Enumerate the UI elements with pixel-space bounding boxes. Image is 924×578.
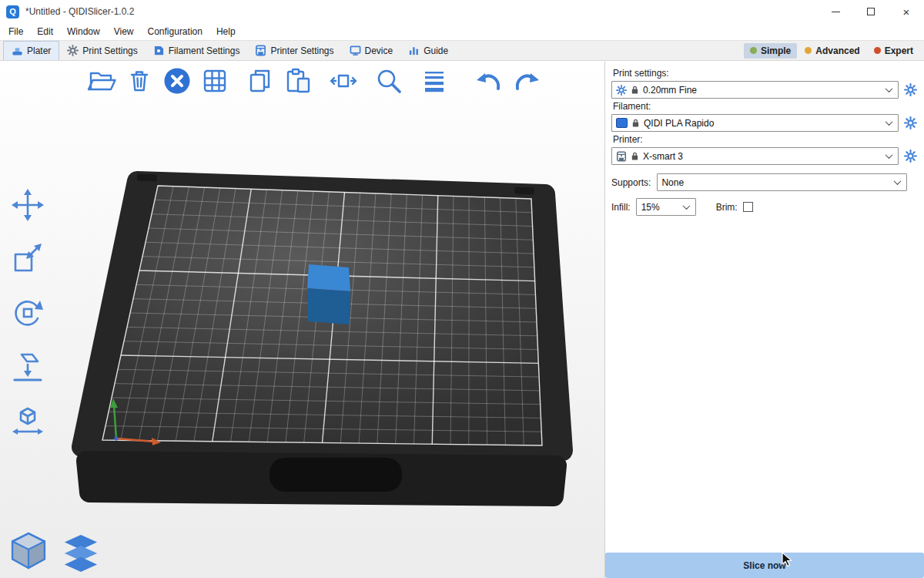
printer-settings-icon (255, 45, 266, 56)
brim-checkbox[interactable] (743, 202, 753, 212)
tab-printer-settings[interactable]: Printer Settings (247, 41, 341, 60)
copy-icon (245, 66, 276, 96)
plater-toolbar (86, 66, 542, 96)
paste-icon (283, 66, 313, 96)
tab-label: Filament Settings (169, 45, 240, 56)
arrange-button[interactable] (199, 66, 230, 96)
infill-value: 15% (641, 202, 660, 213)
move-icon (9, 187, 46, 223)
paste-button[interactable] (283, 66, 313, 96)
tab-device[interactable]: Device (342, 41, 401, 60)
undo-icon (474, 66, 504, 96)
tab-guide[interactable]: Guide (400, 41, 456, 60)
app-logo-icon: Q (6, 5, 19, 18)
mode-advanced[interactable]: Advanced (798, 43, 865, 59)
mode-simple[interactable]: Simple (744, 43, 797, 59)
menu-view[interactable]: View (107, 25, 141, 39)
close-icon: × (903, 6, 910, 18)
print-settings-value: 0.20mm Fine (643, 85, 697, 96)
scale-icon (9, 240, 46, 277)
tab-filament-settings[interactable]: Filament Settings (146, 41, 248, 60)
variable-layer-height-button[interactable] (419, 66, 450, 96)
menubar: File Edit Window View Configuration Help (0, 23, 924, 40)
delete-all-button[interactable] (162, 66, 192, 96)
printer-label: Printer: (613, 134, 918, 145)
chevron-down-icon (886, 85, 893, 92)
model-cube[interactable] (307, 264, 350, 324)
search-button[interactable] (373, 66, 404, 96)
open-button[interactable] (86, 66, 117, 96)
advanced-dot-icon (805, 47, 812, 54)
print-settings-combo[interactable]: 0.20mm Fine (611, 81, 899, 99)
gear-icon (904, 116, 917, 129)
preview-button[interactable] (62, 533, 100, 572)
filament-settings-icon (153, 45, 165, 56)
edit-print-settings-button[interactable] (903, 82, 918, 97)
tab-label: Plater (27, 45, 51, 56)
window-controls: × (818, 0, 924, 23)
delete-icon (124, 66, 155, 96)
simple-dot-icon (750, 47, 757, 54)
move-button[interactable] (6, 187, 49, 223)
tab-label: Device (365, 45, 393, 56)
3d-scene[interactable] (0, 62, 605, 578)
mode-label: Expert (885, 45, 913, 56)
filament-label: Filament: (613, 101, 918, 112)
measure-icon (9, 402, 46, 439)
tabbar: Plater Print Settings Filament Settings … (0, 40, 924, 61)
menu-window[interactable]: Window (60, 25, 107, 39)
infill-combo[interactable]: 15% (636, 198, 696, 216)
minimize-button[interactable] (818, 0, 853, 23)
3d-editor-view-button[interactable] (8, 530, 49, 572)
place-on-face-icon (9, 348, 46, 385)
plater-icon (12, 45, 23, 57)
undo-button[interactable] (474, 66, 504, 96)
mode-expert[interactable]: Expert (868, 43, 919, 59)
printer-icon (616, 151, 627, 162)
printer-combo[interactable]: X-smart 3 (611, 147, 899, 165)
tab-label: Printer Settings (270, 45, 333, 56)
scale-button[interactable] (6, 240, 49, 277)
gear-icon (616, 85, 627, 96)
tab-plater[interactable]: Plater (3, 41, 59, 60)
delete-button[interactable] (124, 66, 155, 96)
redo-icon (511, 66, 542, 96)
menu-configuration[interactable]: Configuration (141, 25, 209, 39)
brim-label: Brim: (716, 202, 738, 213)
print-settings-label: Print settings: (613, 68, 918, 79)
slice-now-button[interactable]: Slice now (605, 553, 924, 578)
object-manipulation-toolbar (6, 187, 49, 439)
printer-value: X-smart 3 (643, 151, 683, 162)
guide-icon (408, 45, 420, 56)
supports-label: Supports: (611, 177, 651, 188)
edit-filament-button[interactable] (903, 116, 918, 130)
chevron-down-icon (682, 202, 690, 210)
search-icon (373, 66, 404, 96)
delete-all-icon (162, 66, 192, 96)
rotate-button[interactable] (6, 294, 49, 331)
place-on-face-button[interactable] (6, 348, 49, 385)
supports-combo[interactable]: None (657, 173, 907, 191)
menu-edit[interactable]: Edit (30, 25, 60, 39)
redo-button[interactable] (511, 66, 542, 96)
plater-viewport[interactable] (0, 62, 605, 578)
edit-printer-button[interactable] (903, 149, 918, 163)
view-toolbar (8, 530, 100, 572)
chevron-down-icon (894, 177, 902, 185)
window-title: *Untitled - QIDISlicer-1.0.2 (25, 6, 134, 17)
chevron-down-icon (886, 151, 893, 159)
tab-print-settings[interactable]: Print Settings (59, 41, 145, 60)
maximize-button[interactable] (853, 0, 889, 23)
close-button[interactable]: × (889, 0, 924, 23)
instances-button[interactable] (328, 66, 359, 96)
mode-switcher: Simple Advanced Expert (744, 41, 924, 60)
copy-button[interactable] (245, 66, 276, 96)
titlebar: Q *Untitled - QIDISlicer-1.0.2 × (0, 0, 924, 23)
filament-value: QIDI PLA Rapido (644, 118, 714, 129)
measure-button[interactable] (6, 402, 49, 439)
menu-help[interactable]: Help (209, 25, 243, 39)
sidebar: Print settings: 0.20mm Fine Filament: QI… (605, 62, 924, 578)
menu-file[interactable]: File (2, 25, 30, 39)
print-settings-icon (67, 45, 79, 56)
filament-combo[interactable]: QIDI PLA Rapido (611, 114, 899, 132)
